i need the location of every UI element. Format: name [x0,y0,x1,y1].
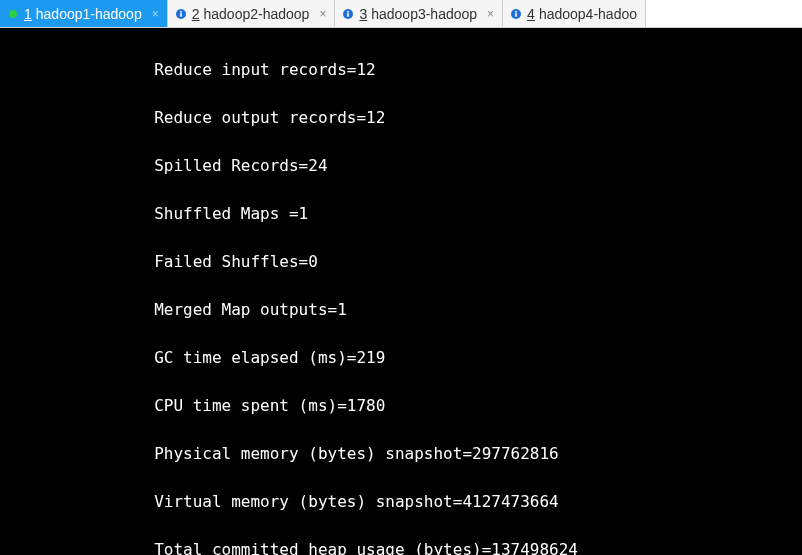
info-circle-icon [511,9,521,19]
terminal-line: Failed Shuffles=0 [0,250,802,274]
tab-number: 2 [192,6,200,22]
tab-hadoop1[interactable]: 1 hadoop1-hadoop × [0,0,168,27]
svg-rect-5 [348,11,350,13]
terminal-output[interactable]: Reduce input records=12 Reduce output re… [0,28,802,555]
tab-text: hadoop3-hadoop [371,6,477,22]
tab-hadoop2[interactable]: 2 hadoop2-hadoop × [168,0,336,27]
tab-text: hadoop2-hadoop [204,6,310,22]
close-icon[interactable]: × [319,7,326,21]
terminal-line: Total committed heap usage (bytes)=13749… [0,538,802,555]
terminal-line: Shuffled Maps =1 [0,202,802,226]
svg-rect-6 [348,13,350,17]
svg-rect-8 [515,11,517,13]
terminal-line: Reduce output records=12 [0,106,802,130]
close-icon[interactable]: × [487,7,494,21]
info-circle-icon [176,9,186,19]
tab-hadoop4[interactable]: 4 hadoop4-hadoo [503,0,646,27]
tab-label: 2 hadoop2-hadoop [192,6,310,22]
tab-text: hadoop1-hadoop [36,6,142,22]
tab-number: 3 [359,6,367,22]
tab-label: 1 hadoop1-hadoop [24,6,142,22]
svg-rect-2 [180,11,182,13]
tab-bar: 1 hadoop1-hadoop × 2 hadoop2-hadoop × 3 … [0,0,802,28]
svg-rect-9 [515,13,517,17]
terminal-line: Virtual memory (bytes) snapshot=41274736… [0,490,802,514]
tab-label: 3 hadoop3-hadoop [359,6,477,22]
green-dot-icon [8,9,18,19]
terminal-line: Spilled Records=24 [0,154,802,178]
close-icon[interactable]: × [152,7,159,21]
svg-rect-3 [180,13,182,17]
terminal-line: Physical memory (bytes) snapshot=2977628… [0,442,802,466]
tab-label: 4 hadoop4-hadoo [527,6,637,22]
tab-number: 4 [527,6,535,22]
terminal-line: GC time elapsed (ms)=219 [0,346,802,370]
terminal-line: Merged Map outputs=1 [0,298,802,322]
info-circle-icon [343,9,353,19]
tab-hadoop3[interactable]: 3 hadoop3-hadoop × [335,0,503,27]
tab-number: 1 [24,6,32,22]
svg-point-0 [9,10,17,18]
terminal-line: Reduce input records=12 [0,58,802,82]
terminal-line: CPU time spent (ms)=1780 [0,394,802,418]
tab-text: hadoop4-hadoo [539,6,637,22]
